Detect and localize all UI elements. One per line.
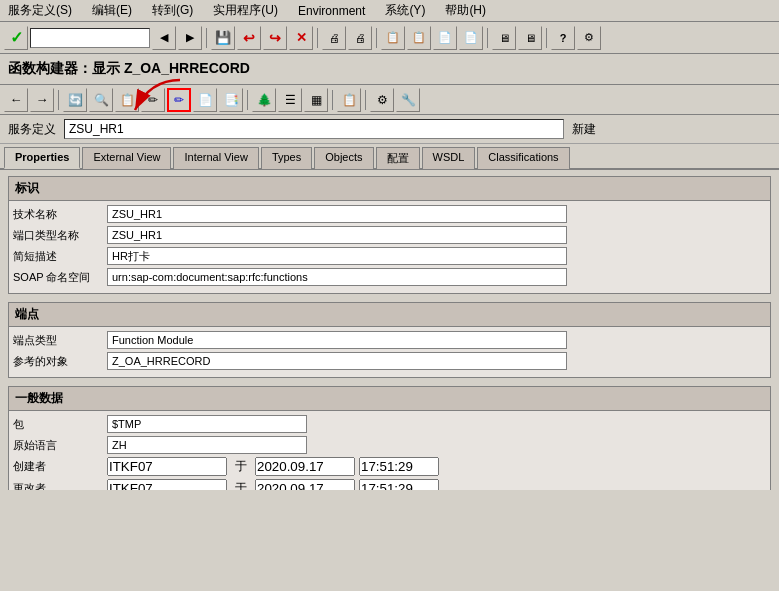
input-create-date[interactable] xyxy=(255,457,355,476)
tab-properties[interactable]: Properties xyxy=(4,147,80,169)
config-btn[interactable]: ⚙ xyxy=(370,88,394,112)
input-orig-lang[interactable] xyxy=(107,436,307,454)
input-modify-date[interactable] xyxy=(255,479,355,490)
input-creator[interactable] xyxy=(107,457,227,476)
section-title-端点: 端点 xyxy=(9,303,770,327)
prev-button[interactable]: ◀ xyxy=(152,26,176,50)
creator-at: 于 xyxy=(231,458,251,475)
edit2-btn[interactable]: ✏ xyxy=(167,88,191,112)
paste-button[interactable]: 📄 xyxy=(433,26,457,50)
forward-arrow-button[interactable]: ↪ xyxy=(263,26,287,50)
menu-utilities[interactable]: 实用程序(U) xyxy=(209,0,282,21)
input-ref-object[interactable] xyxy=(107,352,567,370)
check-button[interactable]: ✓ xyxy=(4,26,28,50)
separator-2 xyxy=(317,28,318,48)
view-btn[interactable]: 📄 xyxy=(193,88,217,112)
settings-button[interactable]: ⚙ xyxy=(577,26,601,50)
filter-btn[interactable]: ▦ xyxy=(304,88,328,112)
separator-1 xyxy=(206,28,207,48)
label-creator: 创建者 xyxy=(13,459,103,474)
menu-goto[interactable]: 转到(G) xyxy=(148,0,197,21)
nav-back-btn[interactable]: ← xyxy=(4,88,28,112)
field-row-description: 简短描述 xyxy=(13,247,766,265)
field-row-tech-name: 技术名称 xyxy=(13,205,766,223)
input-create-time[interactable] xyxy=(359,457,439,476)
input-endpoint-type[interactable] xyxy=(107,331,567,349)
input-package[interactable] xyxy=(107,415,307,433)
sep-t2-4 xyxy=(365,90,366,110)
input-soap-ns[interactable] xyxy=(107,268,567,286)
menu-environment[interactable]: Environment xyxy=(294,2,369,20)
svc-value-input[interactable]: ZSU_HR1 xyxy=(64,119,564,139)
input-port-type[interactable] xyxy=(107,226,567,244)
command-input[interactable] xyxy=(30,28,150,48)
nav-fwd-btn[interactable]: → xyxy=(30,88,54,112)
menu-system[interactable]: 系统(Y) xyxy=(381,0,429,21)
help-button[interactable]: ? xyxy=(551,26,575,50)
main-content: 标识 技术名称 端口类型名称 简短描述 SOAP 命名空间 端点 xyxy=(0,170,779,490)
label-soap-ns: SOAP 命名空间 xyxy=(13,270,103,285)
tab-bar: Properties External View Internal View T… xyxy=(0,144,779,170)
svc-value-text: ZSU_HR1 xyxy=(69,122,124,136)
tree-btn[interactable]: 🌲 xyxy=(252,88,276,112)
sep-t2-2 xyxy=(247,90,248,110)
field-row-package: 包 xyxy=(13,415,766,433)
monitor2-button[interactable]: 🖥 xyxy=(518,26,542,50)
tab-external-view[interactable]: External View xyxy=(82,147,171,169)
save-button[interactable]: 💾 xyxy=(211,26,235,50)
tab-config[interactable]: 配置 xyxy=(376,147,420,169)
clipboard-btn[interactable]: 📋 xyxy=(337,88,361,112)
next-button[interactable]: ▶ xyxy=(178,26,202,50)
tab-classifications[interactable]: Classifications xyxy=(477,147,569,169)
modifier-at: 于 xyxy=(231,480,251,490)
field-row-orig-lang: 原始语言 xyxy=(13,436,766,454)
input-tech-name[interactable] xyxy=(107,205,567,223)
menu-edit[interactable]: 编辑(E) xyxy=(88,0,136,21)
list-btn[interactable]: ☰ xyxy=(278,88,302,112)
back-arrow-button[interactable]: ↩ xyxy=(237,26,261,50)
service-def-row: 服务定义 ZSU_HR1 新建 xyxy=(0,115,779,144)
rename-btn[interactable]: ✏ xyxy=(141,88,165,112)
section-端点: 端点 端点类型 参考的对象 xyxy=(8,302,771,378)
field-row-ref-object: 参考的对象 xyxy=(13,352,766,370)
section-body-标识: 技术名称 端口类型名称 简短描述 SOAP 命名空间 xyxy=(9,201,770,293)
label-orig-lang: 原始语言 xyxy=(13,438,103,453)
svc-new-label: 新建 xyxy=(572,121,596,138)
section-body-端点: 端点类型 参考的对象 xyxy=(9,327,770,377)
print-button[interactable]: 🖨 xyxy=(322,26,346,50)
label-port-type: 端口类型名称 xyxy=(13,228,103,243)
copy-fn-btn[interactable]: 📋 xyxy=(115,88,139,112)
input-description[interactable] xyxy=(107,247,567,265)
tab-objects[interactable]: Objects xyxy=(314,147,373,169)
separator-3 xyxy=(376,28,377,48)
field-row-creator: 创建者 于 xyxy=(13,457,766,476)
section-title-general: 一般数据 xyxy=(9,387,770,411)
function-toolbar: ← → 🔄 🔍 📋 ✏ ✏ 📄 📑 🌲 ☰ ▦ 📋 ⚙ 🔧 xyxy=(0,85,779,115)
label-modifier: 更改者 xyxy=(13,481,103,490)
paste2-button[interactable]: 📄 xyxy=(459,26,483,50)
search-btn[interactable]: 🔍 xyxy=(89,88,113,112)
view2-btn[interactable]: 📑 xyxy=(219,88,243,112)
sep-t2-1 xyxy=(58,90,59,110)
field-row-port-type: 端口类型名称 xyxy=(13,226,766,244)
label-package: 包 xyxy=(13,417,103,432)
input-modify-time[interactable] xyxy=(359,479,439,490)
tab-wsdl[interactable]: WSDL xyxy=(422,147,476,169)
tab-internal-view[interactable]: Internal View xyxy=(173,147,258,169)
print2-button[interactable]: 🖨 xyxy=(348,26,372,50)
tab-types[interactable]: Types xyxy=(261,147,312,169)
separator-5 xyxy=(546,28,547,48)
cancel-button[interactable]: ✕ xyxy=(289,26,313,50)
label-tech-name: 技术名称 xyxy=(13,207,103,222)
menu-help[interactable]: 帮助(H) xyxy=(441,0,490,21)
copy2-button[interactable]: 📋 xyxy=(407,26,431,50)
copy-button[interactable]: 📋 xyxy=(381,26,405,50)
menu-bar: 服务定义(S) 编辑(E) 转到(G) 实用程序(U) Environment … xyxy=(0,0,779,22)
config2-btn[interactable]: 🔧 xyxy=(396,88,420,112)
refresh-btn[interactable]: 🔄 xyxy=(63,88,87,112)
input-modifier[interactable] xyxy=(107,479,227,490)
field-row-modifier: 更改者 于 xyxy=(13,479,766,490)
section-title-标识: 标识 xyxy=(9,177,770,201)
monitor-button[interactable]: 🖥 xyxy=(492,26,516,50)
menu-service-def[interactable]: 服务定义(S) xyxy=(4,0,76,21)
